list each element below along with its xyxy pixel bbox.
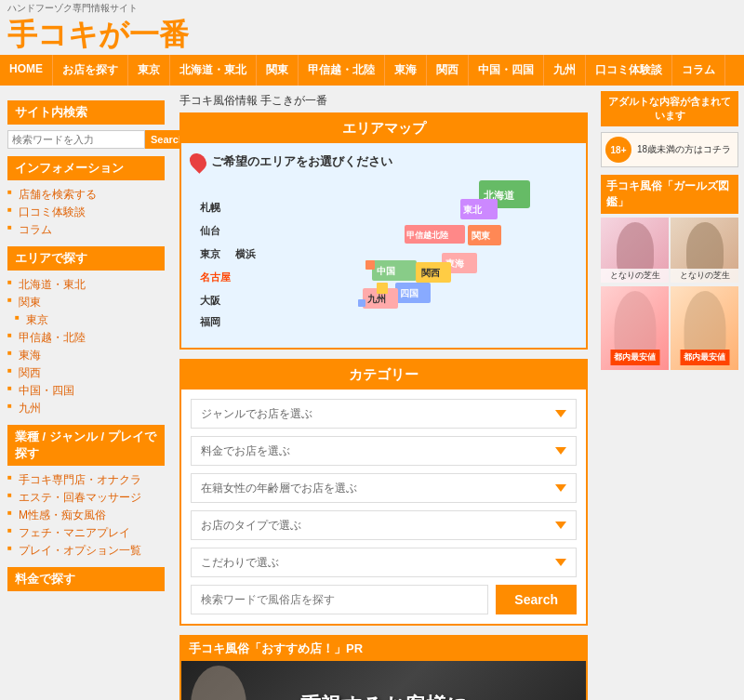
nav-kansai[interactable]: 関西 <box>427 55 469 86</box>
label-tohoku: 東北 <box>463 205 483 215</box>
girls-grid-top: となりの芝生 となりの芝生 <box>601 218 738 283</box>
site-label: ハンドフーゾク専門情報サイト <box>0 0 744 17</box>
link-area-hokkaido[interactable]: 北海道・東北 <box>7 276 165 294</box>
link-area-kyushu[interactable]: 九州 <box>7 400 165 417</box>
link-genre-m[interactable]: M性感・痴女風俗 <box>7 507 165 524</box>
japan-map: 札幌 仙台 東京 横浜 名古屋 大阪 福岡 北海道 東北 <box>191 178 577 341</box>
nav-koshinetsu[interactable]: 甲信越・北陸 <box>299 55 385 86</box>
category-section: カテゴリー ジャンルでお店を選ぶ 料金でお店を選ぶ 在籍女性の年齢層でお店を選ぶ <box>179 359 588 626</box>
link-area-tokyo[interactable]: 東京 <box>7 311 165 329</box>
info-section-title: インフォメーション <box>7 156 165 180</box>
keyword-search-button[interactable]: Search <box>496 585 577 614</box>
link-area-kansai[interactable]: 関西 <box>7 364 165 382</box>
category-body: ジャンルでお店を選ぶ 料金でお店を選ぶ 在籍女性の年齢層でお店を選ぶ お店のタイ… <box>181 390 586 624</box>
label-kanto: 関東 <box>472 231 491 241</box>
price-section-title: 料金で探す <box>7 567 165 591</box>
pr-overlay-text: 重視するお客様に <box>300 692 468 700</box>
left-sidebar: サイト内検索 Search インフォメーション 店舗を検索する 口コミ体験談 コ… <box>0 86 172 700</box>
nav-kanto[interactable]: 関東 <box>257 55 299 86</box>
link-genre-handjob[interactable]: 手コキ専門店・オナクラ <box>7 471 165 489</box>
site-header: ハンドフーゾク専門情報サイト 手コキが一番 <box>0 0 744 55</box>
nav-tokyo[interactable]: 東京 <box>128 55 170 86</box>
keyword-search-row: Search <box>191 585 577 614</box>
link-store-search[interactable]: 店舗を検索する <box>7 186 165 204</box>
keyword-search-input[interactable] <box>191 585 488 614</box>
nav-find-shop[interactable]: お店を探す <box>53 55 128 86</box>
label-chugoku: 中国 <box>377 266 395 276</box>
girl-photo-4[interactable]: 都内最安値 <box>671 286 738 370</box>
pr-section: 手コキ風俗「おすすめ店！」PR 重視するお客様に オナクラ「新宿アイビーム」 <box>179 635 588 700</box>
label-nagoya: 名古屋 <box>199 271 232 283</box>
nav-hokkaido[interactable]: 北海道・東北 <box>170 55 257 86</box>
pref-select[interactable]: こだわりで選ぶ <box>191 548 577 577</box>
girl-caption-1: となりの芝生 <box>601 269 669 283</box>
nav-chugoku[interactable]: 中国・四国 <box>469 55 544 86</box>
map-body: ご希望のエリアをお選びください 札幌 仙台 東京 横浜 名古屋 大阪 福岡 <box>181 143 586 348</box>
link-genre-massage[interactable]: エステ・回春マッサージ <box>7 489 165 507</box>
girls-title: 手コキ風俗「ガールズ図鑑」 <box>601 175 738 214</box>
svg-rect-2 <box>358 299 365 307</box>
price-select[interactable]: 料金でお店を選ぶ <box>191 436 577 466</box>
label-koshinetsu: 甲信越北陸 <box>406 231 449 240</box>
dropdown-age: 在籍女性の年齢層でお店を選ぶ <box>191 473 577 503</box>
main-nav: HOME お店を探す 東京 北海道・東北 関東 甲信越・北陸 東海 関西 中国・… <box>0 55 744 86</box>
link-review[interactable]: 口コミ体験談 <box>7 204 165 221</box>
label-sapporo: 札幌 <box>199 202 221 213</box>
type-select[interactable]: お店のタイプで選ぶ <box>191 510 577 540</box>
age-icon: 18+ <box>605 137 631 163</box>
japan-map-svg: 札幌 仙台 東京 横浜 名古屋 大阪 福岡 北海道 東北 <box>191 178 544 332</box>
price-section: 料金で探す <box>7 567 165 591</box>
girl-photo-3[interactable]: 都内最安値 <box>601 286 669 370</box>
svg-rect-1 <box>377 283 388 294</box>
age-warning-text: 18歳未満の方はコチラ <box>637 143 731 156</box>
svg-rect-0 <box>365 260 375 270</box>
link-area-tokai[interactable]: 東海 <box>7 347 165 364</box>
site-title: 手コキが一番 <box>0 17 744 55</box>
girls-grid-bottom: 都内最安値 都内最安値 <box>601 286 738 370</box>
link-column[interactable]: コラム <box>7 221 165 239</box>
age-select[interactable]: 在籍女性の年齢層でお店を選ぶ <box>191 473 577 503</box>
info-section: インフォメーション 店舗を検索する 口コミ体験談 コラム <box>7 156 165 239</box>
nav-review[interactable]: 口コミ体験談 <box>586 55 672 86</box>
link-genre-fetish[interactable]: フェチ・マニアプレイ <box>7 524 165 542</box>
nav-home[interactable]: HOME <box>0 55 53 86</box>
label-fukuoka: 福岡 <box>199 316 220 327</box>
location-icon <box>186 150 209 173</box>
link-genre-options[interactable]: プレイ・オプション一覧 <box>7 542 165 560</box>
search-input[interactable] <box>7 130 145 149</box>
link-area-koshinetsu[interactable]: 甲信越・北陸 <box>7 329 165 347</box>
area-section-title: エリアで探す <box>7 246 165 271</box>
genre-section: 業種 / ジャンル / プレイで探す 手コキ専門店・オナクラ エステ・回春マッサ… <box>7 425 165 560</box>
label-yokohama: 横浜 <box>234 248 257 259</box>
dropdown-pref: こだわりで選ぶ <box>191 548 577 577</box>
price-badge-2: 都内最安値 <box>680 350 729 365</box>
label-kyushu: 九州 <box>366 294 386 304</box>
label-osaka: 大阪 <box>199 295 221 306</box>
adult-notice: アダルトな内容が含まれています <box>601 91 738 126</box>
age-warning-box[interactable]: 18+ 18歳未満の方はコチラ <box>601 132 738 167</box>
right-sidebar: アダルトな内容が含まれています 18+ 18歳未満の方はコチラ 手コキ風俗「ガー… <box>595 86 744 700</box>
pr-body: 重視するお客様に <box>181 661 586 700</box>
dropdown-genre: ジャンルでお店を選ぶ <box>191 399 577 429</box>
label-sendai: 仙台 <box>199 225 220 236</box>
link-area-kanto[interactable]: 関東 <box>7 294 165 311</box>
girl-caption-2: となりの芝生 <box>671 269 738 283</box>
pr-title: 手コキ風俗「おすすめ店！」PR <box>181 637 586 661</box>
main-header-text: 手コキ風俗情報 手こきが一番 <box>179 93 588 109</box>
label-kansai: 関西 <box>421 268 441 278</box>
link-area-chugoku[interactable]: 中国・四国 <box>7 382 165 400</box>
map-section: エリアマップ ご希望のエリアをお選びください 札幌 仙台 東京 横浜 名古屋 <box>179 112 588 350</box>
girl-photo-2[interactable]: となりの芝生 <box>671 218 738 283</box>
genre-section-title: 業種 / ジャンル / プレイで探す <box>7 425 165 466</box>
main-layout: サイト内検索 Search インフォメーション 店舗を検索する 口コミ体験談 コ… <box>0 86 744 700</box>
search-section-title: サイト内検索 <box>7 100 165 125</box>
nav-column[interactable]: コラム <box>672 55 725 86</box>
label-tokyo: 東京 <box>200 248 221 259</box>
genre-select[interactable]: ジャンルでお店を選ぶ <box>191 399 577 429</box>
dropdown-price: 料金でお店を選ぶ <box>191 436 577 466</box>
main-content: 手コキ風俗情報 手こきが一番 エリアマップ ご希望のエリアをお選びください 札幌… <box>172 86 595 700</box>
label-shikoku: 四国 <box>400 288 418 298</box>
girl-photo-1[interactable]: となりの芝生 <box>601 218 669 283</box>
nav-kyushu[interactable]: 九州 <box>544 55 586 86</box>
nav-tokai[interactable]: 東海 <box>385 55 427 86</box>
